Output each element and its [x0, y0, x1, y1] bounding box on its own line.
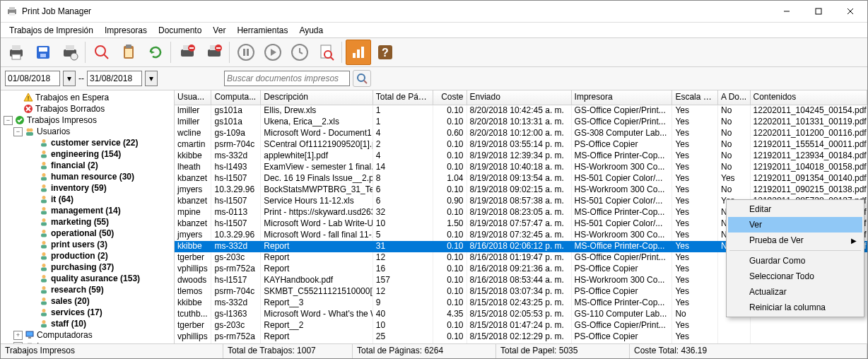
table-row[interactable]: lheathhs-l1493ExamView - semester 1 fina… [175, 162, 867, 173]
tree-user-item[interactable]: services (17) [1, 307, 174, 318]
col-scale[interactable]: Escala d... [672, 90, 718, 105]
refresh-button[interactable] [143, 40, 168, 65]
ctx-edit[interactable]: Editar [728, 201, 862, 217]
col-contents[interactable]: Contenidos [751, 90, 867, 105]
table-row[interactable]: tgerbergs-203cReport__2100.108/14/2018 0… [175, 343, 867, 343]
menu-document[interactable]: Documento [153, 24, 207, 37]
table-row[interactable]: tgerbergs-203cReport__2100.108/15/2018 0… [175, 320, 867, 331]
table-row[interactable]: kbanzeths-l1507Dec. 16 19 Finals Issue__… [175, 173, 867, 184]
svg-rect-39 [361, 47, 364, 58]
svg-point-66 [42, 218, 46, 222]
table-row[interactable]: jmyers10.3.29.96BockStatsMWPTBRG_31_Test… [175, 184, 867, 196]
table-row[interactable]: vphillipsps-rm752aReport250.108/15/2018 … [175, 331, 867, 343]
tree-user-item[interactable]: research (59) [1, 284, 174, 295]
tree-user-item[interactable]: human resource (30) [1, 171, 174, 182]
tree-user-item[interactable]: it (64) [1, 194, 174, 205]
svg-point-58 [42, 173, 46, 177]
ctx-save-as[interactable]: Guardar Como [728, 253, 862, 269]
menu-view[interactable]: Ver [207, 24, 231, 37]
user-icon [39, 149, 49, 159]
tree-user-item[interactable]: financial (2) [1, 160, 174, 171]
svg-rect-81 [41, 302, 47, 305]
status-total-cost: Coste Total: 436.19 [630, 344, 867, 358]
col-pages[interactable]: Total de Páginas [373, 90, 433, 105]
menu-print-jobs[interactable]: Trabajos de Impresión [4, 24, 99, 37]
status-total-pages: Total de Páginas: 6264 [353, 344, 496, 358]
expand-icon[interactable]: + [13, 331, 23, 340]
tree-user-item[interactable]: marketing (55) [1, 216, 174, 228]
tree-user-item[interactable]: engineering (154) [1, 148, 174, 160]
clipboard-button[interactable] [116, 40, 141, 65]
menu-help[interactable]: Ayuda [293, 24, 329, 37]
menu-printers[interactable]: Impresoras [99, 24, 153, 37]
ctx-view[interactable]: Ver [728, 217, 862, 233]
preview-button[interactable] [314, 40, 339, 65]
search-button[interactable] [89, 40, 115, 65]
tree-user-item[interactable]: inventory (59) [1, 182, 174, 194]
col-description[interactable]: Descripción [261, 90, 373, 105]
tree-user-item[interactable]: production (2) [1, 250, 174, 261]
pause-button[interactable] [233, 40, 259, 65]
stats-button[interactable] [346, 40, 371, 65]
date-from-dropdown[interactable]: ▾ [63, 71, 76, 86]
svg-point-29 [238, 45, 254, 60]
tree-user-item[interactable]: sales (20) [1, 295, 174, 307]
menu-tools[interactable]: Herramientas [231, 24, 293, 37]
help-button[interactable]: ? [373, 40, 398, 65]
tree-jobs-waiting[interactable]: ! Trabajos en Espera [1, 92, 174, 103]
print-button[interactable] [4, 40, 29, 65]
tree-jobs-printed[interactable]: − Trabajos Impresos [1, 114, 174, 126]
date-to-input[interactable] [87, 71, 142, 86]
minimize-button[interactable] [770, 1, 802, 22]
col-sent[interactable]: Enviado [467, 90, 572, 105]
search-input[interactable] [224, 71, 350, 86]
tree-user-item[interactable]: print users (3) [1, 239, 174, 250]
delete-job-button[interactable] [201, 40, 227, 65]
tree-user-label: print users (3) [51, 240, 107, 249]
tree-user-item[interactable]: quality asurance (153) [1, 273, 174, 284]
maximize-button[interactable] [802, 1, 834, 22]
tree-user-item[interactable]: purchasing (37) [1, 261, 174, 273]
svg-rect-12 [40, 54, 46, 57]
table-row[interactable]: lmillergs101aEllis, Drew.xls10.108/20/20… [175, 105, 867, 117]
search-go-button[interactable] [353, 70, 371, 87]
filter-bar: ▾ -- ▾ [1, 67, 867, 90]
user-icon [39, 296, 49, 306]
tree-user-item[interactable]: customer service (22) [1, 137, 174, 148]
table-row[interactable]: wclinegs-109aMicrosoft Word - Document14… [175, 128, 867, 139]
tree-user-label: purchasing (37) [51, 262, 114, 272]
ctx-reset-column[interactable]: Reiniciar la columna [728, 300, 862, 315]
table-row[interactable]: lmillergs101aUkena, Erica__2.xls10.108/2… [175, 117, 867, 128]
col-cost[interactable]: Coste [433, 90, 467, 105]
svg-rect-77 [41, 279, 47, 283]
tree-user-label: production (2) [51, 251, 108, 261]
tree-user-item[interactable]: management (14) [1, 205, 174, 216]
date-to-dropdown[interactable]: ▾ [145, 71, 158, 86]
cancel-job-button[interactable] [175, 40, 200, 65]
tree-computers[interactable]: + Computadoras [1, 329, 174, 341]
ctx-view-test[interactable]: Prueba de Ver▶ [728, 233, 862, 248]
date-from-input[interactable] [5, 71, 60, 86]
ctx-refresh[interactable]: Actualizar [728, 284, 862, 300]
col-printer[interactable]: Impresora [572, 90, 673, 105]
tree-user-item[interactable]: staff (10) [1, 318, 174, 329]
tree-user-item[interactable]: operational (50) [1, 228, 174, 239]
play-button[interactable] [260, 40, 286, 65]
table-row[interactable]: cmartinpsrm-704cSCentral Of11121909520[1… [175, 139, 867, 151]
ctx-select-all[interactable]: Seleccionar Todo [728, 269, 862, 284]
col-duplex[interactable]: A Do... [718, 90, 751, 105]
collapse-icon[interactable]: − [4, 116, 13, 125]
restart-button[interactable] [287, 40, 312, 65]
collapse-icon[interactable]: − [13, 127, 23, 136]
save-button[interactable] [30, 40, 56, 65]
table-row[interactable]: kkibbems-332dapplewhite[1].pdf40.108/19/… [175, 151, 867, 162]
col-computer[interactable]: Computa... [211, 90, 261, 105]
svg-rect-1 [9, 7, 15, 10]
col-user[interactable]: Usua... [175, 90, 211, 105]
svg-point-68 [42, 230, 46, 233]
tree-jobs-deleted[interactable]: Trabajos Borrados [1, 103, 174, 114]
tree-users[interactable]: − Usuarios [1, 126, 174, 137]
printer-settings-button[interactable] [57, 40, 83, 65]
close-button[interactable] [834, 1, 866, 22]
svg-rect-57 [41, 166, 47, 170]
